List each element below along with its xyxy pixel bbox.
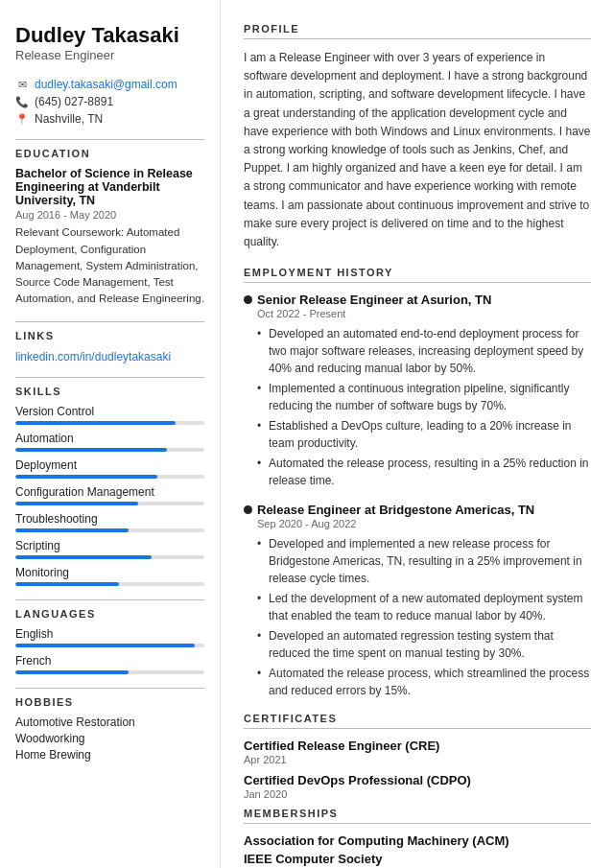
cert-1-name: Certified DevOps Professional (CDPO) [244, 773, 591, 787]
certificates-section-label: Certificates [244, 713, 591, 724]
phone-icon: 📞 [15, 96, 29, 108]
skill-bar-fill-3 [15, 502, 138, 505]
skill-bar-fill-2 [15, 475, 157, 479]
sidebar: Dudley Takasaki Release Engineer ✉ dudle… [0, 0, 221, 868]
skill-bar-bg-5 [15, 555, 204, 559]
memberships-section-label: Memberships [244, 808, 591, 819]
candidate-title: Release Engineer [15, 48, 204, 62]
employment-section-label: Employment History [244, 267, 591, 278]
hobby-2: Home Brewing [15, 748, 204, 762]
skill-bar-fill-6 [15, 582, 119, 586]
lang-english: English [15, 627, 204, 647]
job-1: Release Engineer at Bridgestone Americas… [244, 503, 591, 699]
job-0: Senior Release Engineer at Asurion, TN O… [244, 293, 591, 489]
cert-0-date: Apr 2021 [244, 754, 591, 765]
skill-bar-bg-2 [15, 475, 204, 479]
skill-bar-fill-4 [15, 528, 129, 532]
skill-config-mgmt: Configuration Management [15, 485, 204, 505]
skills-divider [15, 377, 204, 378]
lang-french: French [15, 654, 204, 674]
edu-degree: Bachelor of Science in Release Engineeri… [15, 167, 204, 207]
job-0-bullet-1: Implemented a continuous integration pip… [257, 380, 591, 414]
skill-bar-bg-3 [15, 502, 204, 505]
job-1-dot [244, 505, 252, 514]
skill-bar-fill-0 [15, 421, 176, 425]
contact-email-row: ✉ dudley.takasaki@gmail.com [15, 78, 204, 91]
email-link[interactable]: dudley.takasaki@gmail.com [35, 78, 177, 91]
profile-divider [244, 38, 591, 39]
job-0-date: Oct 2022 - Present [257, 308, 591, 319]
skill-bar-bg-4 [15, 528, 204, 532]
cert-0: Certified Release Engineer (CRE) Apr 202… [244, 739, 591, 765]
member-1: IEEE Computer Society [244, 852, 591, 866]
education-divider [15, 139, 204, 140]
lang-bar-bg-1 [15, 670, 204, 674]
cert-0-name: Certified Release Engineer (CRE) [244, 739, 591, 753]
hobby-0: Automotive Restoration [15, 716, 204, 729]
skill-bar-bg-0 [15, 421, 204, 425]
skill-bar-bg-6 [15, 582, 204, 586]
lang-bar-fill-0 [15, 644, 195, 647]
skill-deployment: Deployment [15, 458, 204, 479]
hobbies-divider [15, 688, 204, 689]
main-content: Profile I am a Release Engineer with ove… [221, 0, 614, 868]
skill-bar-fill-1 [15, 448, 167, 452]
job-1-date: Sep 2020 - Aug 2022 [257, 518, 591, 529]
email-icon: ✉ [15, 79, 29, 91]
member-0: Association for Computing Machinery (ACM… [244, 833, 591, 848]
profile-text: I am a Release Engineer with over 3 year… [244, 49, 591, 251]
profile-section-label: Profile [244, 23, 591, 35]
skill-monitoring: Monitoring [15, 566, 204, 586]
job-0-bullet-3: Automated the release process, resulting… [257, 455, 591, 489]
contact-location-row: 📍 Nashville, TN [15, 112, 204, 126]
job-0-dot [244, 295, 252, 304]
job-1-title: Release Engineer at Bridgestone Americas… [257, 503, 591, 517]
skill-scripting: Scripting [15, 539, 204, 559]
cert-1-date: Jan 2020 [244, 788, 591, 800]
employment-divider [244, 282, 591, 283]
job-1-bullet-0: Developed and implemented a new release … [257, 535, 591, 587]
languages-divider [15, 599, 204, 600]
skill-bar-bg-1 [15, 448, 204, 452]
certificates-divider [244, 728, 591, 729]
education-label: Education [15, 148, 204, 159]
skill-version-control: Version Control [15, 405, 204, 425]
job-1-bullet-2: Developed an automated regression testin… [257, 627, 591, 662]
memberships-divider [244, 823, 591, 824]
cert-1: Certified DevOps Professional (CDPO) Jan… [244, 773, 591, 800]
languages-label: Languages [15, 608, 204, 620]
linkedin-link-row: linkedin.com/in/dudleytakasaki [15, 349, 204, 364]
job-1-bullet-1: Led the development of a new automated d… [257, 590, 591, 624]
job-1-bullet-3: Automated the release process, which str… [257, 665, 591, 699]
links-divider [15, 321, 204, 322]
skill-automation: Automation [15, 432, 204, 452]
skill-troubleshooting: Troubleshooting [15, 512, 204, 532]
job-0-title: Senior Release Engineer at Asurion, TN [257, 293, 591, 307]
edu-courses: Relevant Coursework: Automated Deploymen… [15, 224, 204, 307]
phone-text: (645) 027-8891 [35, 95, 113, 108]
lang-bar-fill-1 [15, 670, 129, 674]
skill-bar-fill-5 [15, 555, 152, 559]
linkedin-link[interactable]: linkedin.com/in/dudleytakasaki [15, 350, 171, 364]
hobbies-label: Hobbies [15, 696, 204, 708]
resume-page: Dudley Takasaki Release Engineer ✉ dudle… [0, 0, 614, 868]
lang-bar-bg-0 [15, 644, 204, 647]
links-label: Links [15, 330, 204, 341]
location-text: Nashville, TN [35, 112, 103, 126]
edu-date: Aug 2016 - May 2020 [15, 209, 204, 221]
job-0-bullet-0: Developed an automated end-to-end deploy… [257, 325, 591, 377]
job-0-bullet-2: Established a DevOps culture, leading to… [257, 417, 591, 452]
contact-phone-row: 📞 (645) 027-8891 [15, 95, 204, 108]
skills-label: Skills [15, 386, 204, 397]
candidate-name: Dudley Takasaki [15, 23, 204, 48]
hobby-1: Woodworking [15, 732, 204, 745]
location-icon: 📍 [15, 113, 29, 126]
